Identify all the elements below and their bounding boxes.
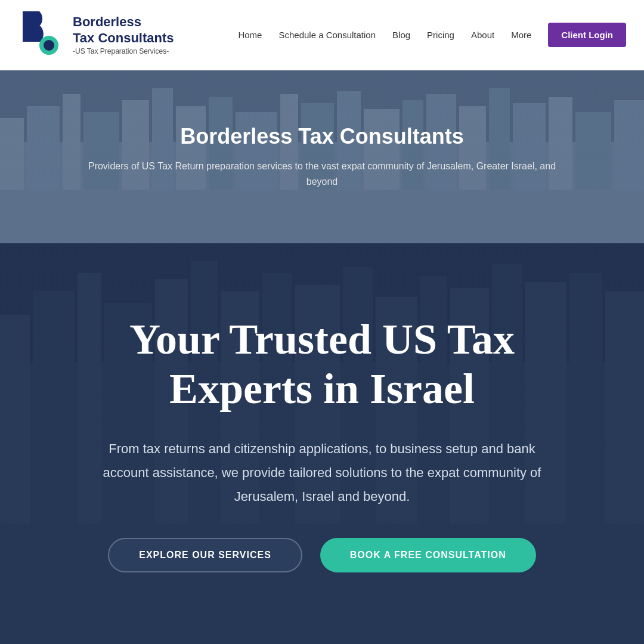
main-heading: Your Trusted US Tax Experts in Israel: [89, 315, 555, 414]
nav-links: Home Schedule a Consultation Blog Pricin…: [238, 23, 626, 47]
svg-rect-27: [33, 291, 75, 524]
svg-rect-42: [605, 291, 644, 524]
nav-item-pricing[interactable]: Pricing: [427, 30, 454, 40]
cta-buttons: EXPLORE OUR SERVICES BOOK A FREE CONSULT…: [89, 538, 555, 572]
logo-title: Borderless Tax Consultants: [73, 14, 174, 46]
explore-services-button[interactable]: EXPLORE OUR SERVICES: [108, 538, 302, 572]
svg-rect-24: [614, 100, 644, 190]
main-content: Your Trusted US Tax Experts in Israel Fr…: [89, 315, 555, 572]
main-description: From tax returns and citizenship applica…: [89, 437, 555, 508]
logo-area: Borderless Tax Consultants -US Tax Prepa…: [18, 8, 174, 62]
nav-item-about[interactable]: About: [471, 30, 494, 40]
hero-banner: Borderless Tax Consultants Providers of …: [0, 70, 644, 243]
hero-description: Providers of US Tax Return preparation s…: [83, 159, 561, 189]
svg-rect-4: [0, 118, 24, 190]
logo-subtitle: -US Tax Preparation Services-: [73, 47, 174, 55]
main-section: Your Trusted US Tax Experts in Israel Fr…: [0, 243, 644, 644]
brand-logo-icon: [18, 8, 66, 62]
hero-content: Borderless Tax Consultants Providers of …: [48, 124, 596, 189]
svg-point-2: [44, 40, 54, 51]
nav-item-more[interactable]: More: [511, 30, 531, 40]
svg-rect-41: [569, 273, 602, 524]
hero-title: Borderless Tax Consultants: [83, 124, 561, 149]
navbar: Borderless Tax Consultants -US Tax Prepa…: [0, 0, 644, 70]
client-login-button[interactable]: Client Login: [548, 23, 626, 47]
logo-text: Borderless Tax Consultants -US Tax Prepa…: [73, 14, 174, 55]
nav-item-blog[interactable]: Blog: [392, 30, 410, 40]
svg-rect-26: [0, 315, 30, 524]
book-consultation-button[interactable]: BOOK A FREE CONSULTATION: [320, 538, 536, 572]
nav-item-schedule[interactable]: Schedule a Consultation: [278, 30, 376, 40]
nav-item-home[interactable]: Home: [238, 30, 262, 40]
